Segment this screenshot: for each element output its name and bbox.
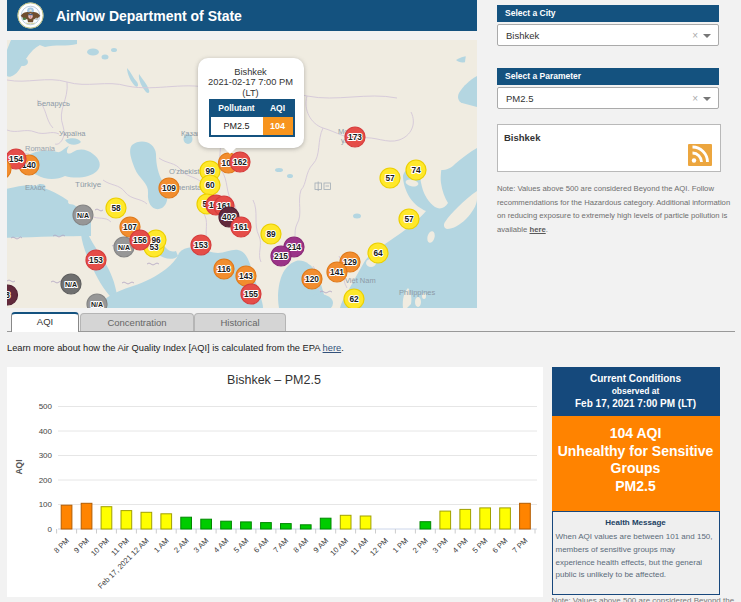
svg-text:N/A: N/A xyxy=(65,281,77,288)
svg-text:57: 57 xyxy=(385,173,395,183)
svg-text:100: 100 xyxy=(39,500,53,509)
svg-text:N/A: N/A xyxy=(91,301,103,308)
svg-text:N/A: N/A xyxy=(118,244,130,251)
svg-text:1 AM: 1 AM xyxy=(152,536,171,555)
svg-text:153: 153 xyxy=(89,255,103,265)
svg-text:143: 143 xyxy=(239,271,253,281)
svg-text:5 PM: 5 PM xyxy=(471,536,490,555)
svg-text:400: 400 xyxy=(39,427,53,436)
svg-text:7 PM: 7 PM xyxy=(511,536,530,555)
svg-text:Việt Nam: Việt Nam xyxy=(345,276,376,285)
svg-text:0: 0 xyxy=(48,525,53,534)
svg-text:10 AM: 10 AM xyxy=(328,536,350,558)
svg-text:64: 64 xyxy=(373,248,383,258)
svg-text:109: 109 xyxy=(162,183,176,193)
svg-text:200: 200 xyxy=(39,476,53,485)
svg-text:107: 107 xyxy=(123,222,137,232)
svg-text:4 PM: 4 PM xyxy=(451,536,470,555)
svg-text:12 PM: 12 PM xyxy=(368,536,390,558)
svg-text:153: 153 xyxy=(194,240,208,250)
svg-text:9 PM: 9 PM xyxy=(72,536,91,555)
svg-text:96: 96 xyxy=(151,235,161,245)
svg-text:AQI: AQI xyxy=(14,459,24,474)
svg-text:6 AM: 6 AM xyxy=(252,536,271,555)
svg-text:5 AM: 5 AM xyxy=(232,536,251,555)
svg-text:11 AM: 11 AM xyxy=(349,536,370,557)
svg-text:154: 154 xyxy=(9,154,23,164)
svg-text:300: 300 xyxy=(39,451,53,460)
svg-text:Philippines: Philippines xyxy=(399,288,436,297)
svg-text:57: 57 xyxy=(404,214,414,224)
svg-text:99: 99 xyxy=(205,166,215,176)
svg-text:1 PM: 1 PM xyxy=(391,536,410,555)
svg-text:8 AM: 8 AM xyxy=(292,536,311,555)
svg-text:2 AM: 2 AM xyxy=(172,536,191,555)
svg-text:173: 173 xyxy=(348,132,362,142)
svg-text:58: 58 xyxy=(111,203,121,213)
svg-text:60: 60 xyxy=(205,180,215,190)
svg-text:141: 141 xyxy=(330,267,344,277)
svg-text:500: 500 xyxy=(39,402,53,411)
svg-text:74: 74 xyxy=(411,165,421,175)
svg-text:Romania: Romania xyxy=(25,144,56,153)
svg-text:10 PM: 10 PM xyxy=(89,536,111,558)
svg-text:155: 155 xyxy=(244,289,258,299)
svg-text:N/A: N/A xyxy=(77,212,89,219)
svg-text:Türkiye: Türkiye xyxy=(75,180,102,189)
svg-text:62: 62 xyxy=(349,294,359,304)
svg-text:161: 161 xyxy=(234,222,248,232)
svg-text:116: 116 xyxy=(217,264,231,274)
svg-text:Bishkek – PM2.5: Bishkek – PM2.5 xyxy=(227,373,321,387)
svg-text:156: 156 xyxy=(133,235,147,245)
svg-text:162: 162 xyxy=(233,157,247,167)
svg-text:Беларусь: Беларусь xyxy=(37,99,70,108)
svg-text:9 AM: 9 AM xyxy=(312,536,331,555)
svg-text:Ελλάς: Ελλάς xyxy=(25,183,46,192)
svg-text:Україна: Україна xyxy=(59,129,86,138)
svg-text:8: 8 xyxy=(7,290,10,300)
svg-text:89: 89 xyxy=(266,229,276,239)
svg-text:3 AM: 3 AM xyxy=(192,536,211,555)
svg-text:2 PM: 2 PM xyxy=(411,536,430,555)
svg-text:4 AM: 4 AM xyxy=(212,536,231,555)
svg-text:215: 215 xyxy=(274,251,288,261)
svg-text:3 PM: 3 PM xyxy=(431,536,450,555)
svg-text:120: 120 xyxy=(305,274,319,284)
svg-text:8 PM: 8 PM xyxy=(52,536,71,555)
svg-text:7 AM: 7 AM xyxy=(272,536,291,555)
svg-text:6 PM: 6 PM xyxy=(491,536,510,555)
